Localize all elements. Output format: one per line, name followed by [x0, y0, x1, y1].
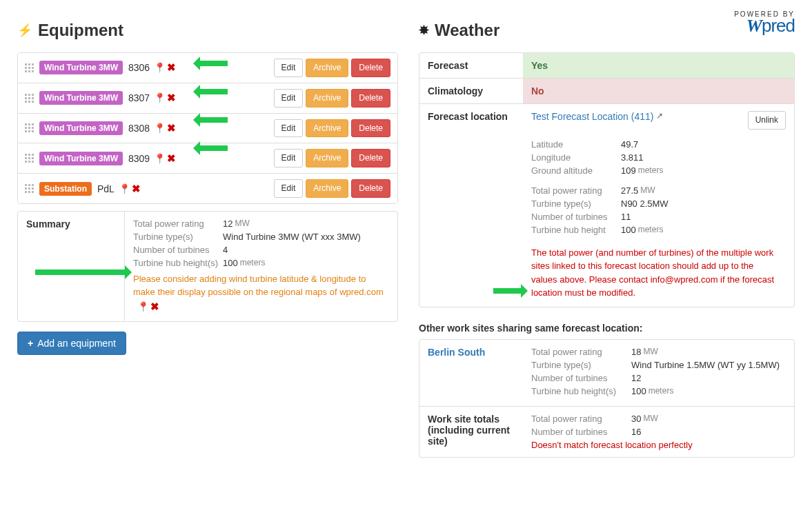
no-location-icon: ✖ [132, 183, 141, 195]
delete-button[interactable]: Delete [351, 59, 390, 77]
edit-button[interactable]: Edit [274, 89, 304, 108]
no-location-icon: ✖ [167, 152, 176, 165]
forecast-location-label: Forecast location [419, 104, 523, 307]
archive-button[interactable]: Archive [306, 89, 348, 108]
equipment-row: Substation PdL 📍 ✖ Edit Archive Delete [18, 173, 397, 203]
drag-handle-icon[interactable] [25, 184, 34, 193]
archive-button[interactable]: Archive [306, 149, 348, 167]
weather-table: Forecast Yes Climatology No Forecast loc… [419, 52, 795, 307]
equipment-code: PdL [97, 183, 115, 194]
equipment-code: 8306 [128, 62, 150, 73]
archive-button[interactable]: Archive [306, 179, 348, 198]
equipment-list: Wind Turbine 3MW 8306 📍 ✖ Edit Archive D… [17, 52, 398, 204]
summary-panel: Summary Total power rating12MW Turbine t… [17, 211, 398, 323]
equipment-row: Wind Turbine 3MW 8309 📍 ✖ Edit Archive D… [18, 143, 397, 173]
equipment-type-badge: Substation [39, 182, 92, 196]
equipment-row: Wind Turbine 3MW 8307 📍 ✖ Edit Archive D… [18, 83, 397, 113]
summary-hint: Please consider adding wind turbine lati… [133, 272, 389, 315]
no-location-icon: ✖ [150, 301, 159, 312]
forecast-label: Forecast [419, 53, 523, 78]
forecast-location-link[interactable]: Test Forecast Location (411) [531, 111, 653, 122]
map-pin-icon: 📍 [154, 123, 166, 134]
map-pin-icon: 📍 [154, 153, 166, 164]
edit-button[interactable]: Edit [274, 179, 304, 198]
equipment-row: Wind Turbine 3MW 8308 📍 ✖ Edit Archive D… [18, 113, 397, 143]
edit-button[interactable]: Edit [274, 119, 304, 138]
forecast-location-note: The total power (and number of turbines)… [531, 246, 780, 300]
equipment-code: 8307 [128, 92, 150, 103]
delete-button[interactable]: Delete [351, 119, 390, 138]
delete-button[interactable]: Delete [351, 149, 390, 167]
weather-heading: ✸ Weather [419, 21, 795, 40]
drag-handle-icon[interactable] [25, 63, 34, 72]
other-site-link[interactable]: Berlin South [428, 347, 485, 358]
other-sites-heading: Other work sites sharing same forecast l… [419, 323, 795, 334]
map-pin-icon: 📍 [137, 301, 149, 312]
equipment-type-badge: Wind Turbine 3MW [39, 152, 123, 165]
totals-label: Work site totals (including current site… [419, 407, 523, 457]
totals-mismatch-warning: Doesn't match forecast location perfectl… [531, 440, 786, 450]
delete-button[interactable]: Delete [351, 89, 390, 108]
edit-button[interactable]: Edit [274, 149, 304, 167]
drag-handle-icon[interactable] [25, 123, 34, 132]
no-location-icon: ✖ [167, 122, 176, 134]
equipment-code: 8308 [128, 123, 150, 134]
edit-button[interactable]: Edit [274, 59, 304, 77]
summary-label: Summary [18, 212, 125, 322]
drag-handle-icon[interactable] [25, 94, 34, 103]
climatology-value: No [523, 79, 794, 103]
plus-icon: + [28, 338, 33, 349]
weather-title-text: Weather [435, 21, 499, 40]
other-sites-panel: Berlin South Total power rating18MW Turb… [419, 339, 795, 458]
equipment-title-text: Equipment [38, 21, 123, 40]
map-pin-icon: 📍 [119, 183, 130, 194]
climatology-label: Climatology [419, 79, 523, 103]
add-equipment-button[interactable]: + Add an equipment [17, 332, 126, 355]
equipment-type-badge: Wind Turbine 3MW [39, 121, 123, 135]
bolt-icon: ⚡ [17, 23, 32, 38]
equipment-type-badge: Wind Turbine 3MW [39, 91, 123, 105]
map-pin-icon: 📍 [154, 92, 166, 103]
equipment-row: Wind Turbine 3MW 8306 📍 ✖ Edit Archive D… [18, 53, 397, 83]
map-pin-icon: 📍 [154, 62, 166, 73]
delete-button[interactable]: Delete [351, 179, 390, 198]
drag-handle-icon[interactable] [25, 154, 34, 163]
external-link-icon: ↗ [656, 111, 663, 121]
archive-button[interactable]: Archive [306, 119, 348, 138]
unlink-button[interactable]: Unlink [748, 111, 786, 130]
equipment-type-badge: Wind Turbine 3MW [39, 61, 123, 74]
equipment-code: 8309 [128, 153, 150, 164]
forecast-value: Yes [523, 53, 794, 78]
no-location-icon: ✖ [167, 92, 176, 104]
sun-icon: ✸ [419, 23, 429, 38]
equipment-heading: ⚡ Equipment [17, 21, 398, 40]
no-location-icon: ✖ [167, 61, 176, 74]
archive-button[interactable]: Archive [306, 59, 348, 77]
